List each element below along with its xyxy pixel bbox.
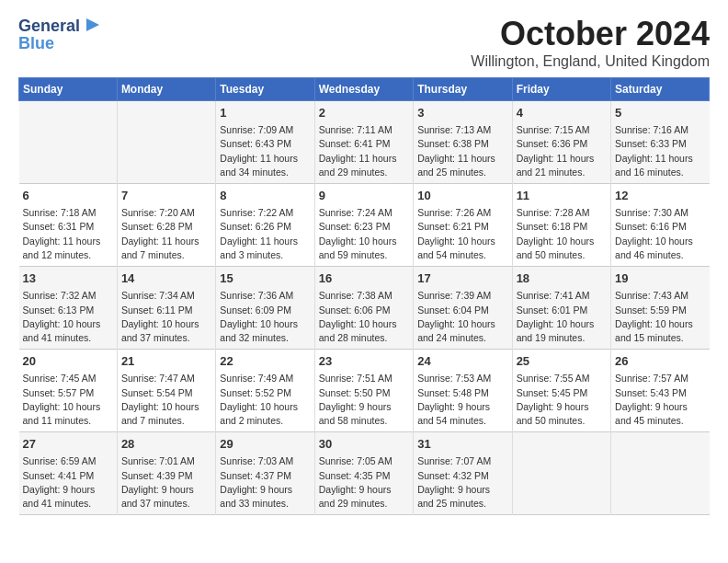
week-row-2: 13Sunrise: 7:32 AM Sunset: 6:13 PM Dayli… [19,267,710,350]
day-number: 12 [615,188,705,204]
header-friday: Friday [512,78,610,101]
day-info: Sunrise: 7:32 AM Sunset: 6:13 PM Dayligh… [23,289,113,345]
day-info: Sunrise: 7:30 AM Sunset: 6:16 PM Dayligh… [615,206,705,262]
day-number: 28 [121,436,211,453]
day-number: 8 [220,188,310,204]
calendar-cell: 30Sunrise: 7:05 AM Sunset: 4:35 PM Dayli… [314,432,413,515]
day-number: 13 [23,270,113,287]
day-info: Sunrise: 7:39 AM Sunset: 6:04 PM Dayligh… [417,289,507,345]
calendar-cell [512,432,610,515]
calendar-cell: 13Sunrise: 7:32 AM Sunset: 6:13 PM Dayli… [19,267,118,350]
calendar-cell: 7Sunrise: 7:20 AM Sunset: 6:28 PM Daylig… [117,184,215,267]
day-info: Sunrise: 7:07 AM Sunset: 4:32 PM Dayligh… [417,454,507,511]
day-number: 4 [517,105,607,121]
day-info: Sunrise: 7:43 AM Sunset: 5:59 PM Dayligh… [615,289,705,345]
day-info: Sunrise: 7:15 AM Sunset: 6:36 PM Dayligh… [517,123,607,179]
calendar-table: SundayMondayTuesdayWednesdayThursdayFrid… [18,77,710,515]
header-tuesday: Tuesday [216,78,314,101]
header-saturday: Saturday [611,78,710,101]
day-info: Sunrise: 7:24 AM Sunset: 6:23 PM Dayligh… [319,206,409,262]
day-info: Sunrise: 7:16 AM Sunset: 6:33 PM Dayligh… [615,123,705,179]
week-row-1: 6Sunrise: 7:18 AM Sunset: 6:31 PM Daylig… [19,184,710,267]
page: General Blue October 2024 Willington, En… [0,0,728,524]
calendar-cell: 16Sunrise: 7:38 AM Sunset: 6:06 PM Dayli… [314,267,413,350]
calendar-cell: 23Sunrise: 7:51 AM Sunset: 5:50 PM Dayli… [314,350,413,432]
day-number: 24 [417,353,507,370]
day-info: Sunrise: 7:47 AM Sunset: 5:54 PM Dayligh… [121,372,211,428]
calendar-cell: 25Sunrise: 7:55 AM Sunset: 5:45 PM Dayli… [512,350,610,432]
day-number: 29 [220,436,310,453]
day-number: 18 [517,270,607,287]
day-number: 11 [517,188,607,204]
day-number: 6 [23,188,113,204]
day-info: Sunrise: 7:20 AM Sunset: 6:28 PM Dayligh… [121,206,211,262]
page-title: October 2024 [471,15,710,53]
calendar-cell: 26Sunrise: 7:57 AM Sunset: 5:43 PM Dayli… [611,350,710,432]
page-subtitle: Willington, England, United Kingdom [471,53,710,70]
svg-marker-0 [86,18,99,31]
day-info: Sunrise: 7:22 AM Sunset: 6:26 PM Dayligh… [220,206,310,262]
day-number: 23 [319,353,409,370]
day-number: 5 [615,105,705,121]
day-info: Sunrise: 7:13 AM Sunset: 6:38 PM Dayligh… [417,123,507,179]
week-row-3: 20Sunrise: 7:45 AM Sunset: 5:57 PM Dayli… [19,350,710,432]
day-info: Sunrise: 7:57 AM Sunset: 5:43 PM Dayligh… [615,372,705,428]
calendar-cell: 29Sunrise: 7:03 AM Sunset: 4:37 PM Dayli… [216,432,314,515]
calendar-cell: 17Sunrise: 7:39 AM Sunset: 6:04 PM Dayli… [414,267,512,350]
day-info: Sunrise: 7:03 AM Sunset: 4:37 PM Dayligh… [220,454,310,511]
day-info: Sunrise: 7:09 AM Sunset: 6:43 PM Dayligh… [220,123,310,179]
day-info: Sunrise: 7:55 AM Sunset: 5:45 PM Dayligh… [517,372,607,428]
calendar-cell: 15Sunrise: 7:36 AM Sunset: 6:09 PM Dayli… [216,267,314,350]
day-number: 14 [121,270,211,287]
calendar-cell: 28Sunrise: 7:01 AM Sunset: 4:39 PM Dayli… [117,432,215,515]
day-number: 21 [121,353,211,370]
day-number: 17 [417,270,507,287]
day-info: Sunrise: 7:41 AM Sunset: 6:01 PM Dayligh… [517,289,607,345]
day-number: 27 [23,436,113,453]
calendar-cell: 21Sunrise: 7:47 AM Sunset: 5:54 PM Dayli… [117,350,215,432]
day-info: Sunrise: 7:28 AM Sunset: 6:18 PM Dayligh… [517,206,607,262]
day-info: Sunrise: 7:45 AM Sunset: 5:57 PM Dayligh… [23,372,113,428]
day-info: Sunrise: 7:18 AM Sunset: 6:31 PM Dayligh… [23,206,113,262]
day-info: Sunrise: 7:01 AM Sunset: 4:39 PM Dayligh… [121,454,211,511]
day-number: 3 [417,105,507,121]
calendar-cell: 12Sunrise: 7:30 AM Sunset: 6:16 PM Dayli… [611,184,710,267]
day-number: 30 [319,436,409,453]
calendar-cell: 11Sunrise: 7:28 AM Sunset: 6:18 PM Dayli… [512,184,610,267]
calendar-cell: 27Sunrise: 6:59 AM Sunset: 4:41 PM Dayli… [19,432,118,515]
day-info: Sunrise: 6:59 AM Sunset: 4:41 PM Dayligh… [23,454,113,511]
calendar-cell [117,101,215,184]
day-number: 31 [417,436,507,453]
day-number: 2 [319,105,409,121]
calendar-cell: 22Sunrise: 7:49 AM Sunset: 5:52 PM Dayli… [216,350,314,432]
day-number: 26 [615,353,705,370]
day-info: Sunrise: 7:26 AM Sunset: 6:21 PM Dayligh… [417,206,507,262]
day-info: Sunrise: 7:05 AM Sunset: 4:35 PM Dayligh… [319,454,409,511]
calendar-cell [611,432,710,515]
day-info: Sunrise: 7:11 AM Sunset: 6:41 PM Dayligh… [319,123,409,179]
calendar-cell [19,101,118,184]
day-number: 16 [319,270,409,287]
day-number: 9 [319,188,409,204]
day-number: 19 [615,270,705,287]
logo: General Blue [18,15,103,53]
header-monday: Monday [117,78,215,101]
day-number: 25 [517,353,607,370]
day-number: 22 [220,353,310,370]
calendar-cell: 4Sunrise: 7:15 AM Sunset: 6:36 PM Daylig… [512,101,610,184]
day-number: 20 [23,353,113,370]
calendar-cell: 1Sunrise: 7:09 AM Sunset: 6:43 PM Daylig… [216,101,314,184]
calendar-cell: 14Sunrise: 7:34 AM Sunset: 6:11 PM Dayli… [117,267,215,350]
calendar-cell: 20Sunrise: 7:45 AM Sunset: 5:57 PM Dayli… [19,350,118,432]
header-sunday: Sunday [19,78,118,101]
day-info: Sunrise: 7:34 AM Sunset: 6:11 PM Dayligh… [121,289,211,345]
header-thursday: Thursday [414,78,512,101]
calendar-cell: 5Sunrise: 7:16 AM Sunset: 6:33 PM Daylig… [611,101,710,184]
day-info: Sunrise: 7:38 AM Sunset: 6:06 PM Dayligh… [319,289,409,345]
calendar-cell: 3Sunrise: 7:13 AM Sunset: 6:38 PM Daylig… [414,101,512,184]
day-info: Sunrise: 7:53 AM Sunset: 5:48 PM Dayligh… [417,372,507,428]
calendar-cell: 10Sunrise: 7:26 AM Sunset: 6:21 PM Dayli… [414,184,512,267]
header-row: SundayMondayTuesdayWednesdayThursdayFrid… [19,78,710,101]
day-number: 1 [220,105,310,121]
week-row-0: 1Sunrise: 7:09 AM Sunset: 6:43 PM Daylig… [19,101,710,184]
